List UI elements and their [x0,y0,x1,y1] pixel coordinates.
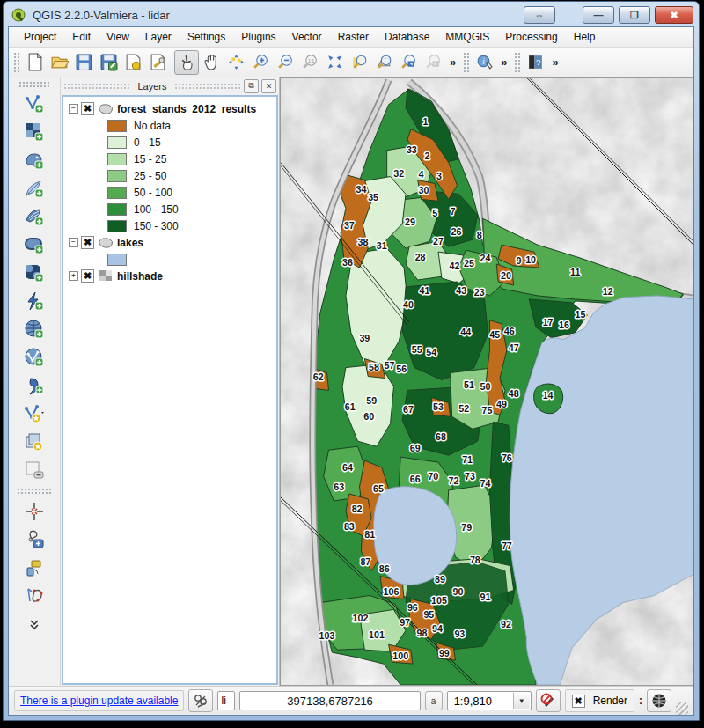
maximize-button[interactable]: ❒ [619,6,650,24]
expander-collapse-icon[interactable]: − [69,104,78,114]
pan-map-button[interactable] [199,50,224,75]
open-project-button[interactable] [47,50,71,75]
stand-label-71: 71 [462,454,473,465]
panel-float-button[interactable]: ⧉ [244,79,259,93]
scale-combobox[interactable]: 1:9,810▼ [447,691,532,710]
pan-to-selection-button[interactable] [224,50,248,75]
rotate-label-button[interactable] [21,555,48,581]
expander-expand-icon[interactable]: + [69,271,78,281]
zoom-last-button[interactable] [396,50,421,75]
layer-name-forest[interactable]: forest_stands_2012_results [117,103,256,115]
menu-plugins[interactable]: Plugins [233,28,283,46]
zoom-out-button[interactable] [273,50,297,75]
coordinate-toggle-button[interactable]: a [425,691,443,710]
identify-button[interactable]: i [472,50,496,75]
move-label-button[interactable] [21,526,48,553]
zoom-to-layer-button[interactable] [371,50,396,75]
close-button[interactable]: ✖ [655,6,693,24]
menu-raster[interactable]: Raster [330,28,377,46]
new-spatialite-layer-button[interactable] [21,429,48,455]
add-oracle-layer-button[interactable] [21,232,48,258]
menu-mmqgis[interactable]: MMQGIS [437,28,497,46]
remove-layer-button[interactable] [21,457,48,483]
layer-name-hillshade[interactable]: hillshade [117,270,163,283]
change-label-button[interactable] [21,583,48,609]
add-wms-layer-button[interactable] [21,260,48,286]
toolbar-grip-3[interactable] [514,52,520,73]
resize-grip[interactable] [676,702,688,715]
add-spatialite-layer-button[interactable] [21,175,48,202]
zoom-to-selection-button[interactable] [347,50,371,75]
label-highlight-button[interactable] [21,498,48,525]
new-project-button[interactable] [22,50,47,75]
toolbar-overflow-3[interactable]: » [547,55,562,69]
new-shapefile-layer-button[interactable] [21,401,48,427]
render-checkbox[interactable]: ✖ [572,695,585,708]
layer-checkbox[interactable]: ✖ [81,236,94,249]
layer-name-lakes[interactable]: lakes [117,237,143,249]
layer-checkbox[interactable]: ✖ [81,102,94,115]
menu-view[interactable]: View [99,28,137,46]
layer-row-lakes[interactable]: − ✖ lakes [67,234,276,251]
legend-row: 0 - 15 [67,134,276,151]
menu-help[interactable]: Help [566,28,604,46]
add-wfs-layer-button[interactable] [21,344,48,371]
menu-database[interactable]: Database [377,28,437,46]
menu-project[interactable]: Project [16,28,64,46]
plugin-update-link[interactable]: There is a plugin update available [14,690,184,711]
expander-collapse-icon[interactable]: − [69,238,78,247]
zoom-full-button[interactable] [322,50,347,75]
menu-processing[interactable]: Processing [497,28,565,46]
zoom-next-button[interactable] [421,50,445,75]
save-project-as-button[interactable] [96,50,121,75]
layer-row-hillshade[interactable]: + ✖ hillshade [67,268,276,284]
layers-panel-titlebar[interactable]: Layers ⧉ ✕ [61,77,279,94]
stand-label-3: 3 [436,171,442,181]
more-tools-chevron[interactable] [21,611,48,637]
composer-manager-button[interactable] [145,50,170,75]
panel-close-button[interactable]: ✕ [261,79,276,93]
toolbar-grip-2[interactable] [463,52,469,73]
layer-row-forest[interactable]: − ✖ forest_stands_2012_results [67,100,276,117]
toolbar-overflow-1[interactable]: » [445,55,460,69]
add-delimited-text-layer-button[interactable] [21,372,48,399]
save-project-button[interactable] [71,50,96,75]
stand-label-87: 87 [360,555,370,566]
side-toolbar-grip[interactable] [18,81,50,87]
layer-checkbox[interactable]: ✖ [81,269,94,283]
add-postgis-layer-button[interactable] [21,147,48,173]
render-toggle[interactable]: ✖ Render [565,689,634,712]
coordinate-display[interactable]: 397138,6787216 [239,691,420,710]
zoom-in-button[interactable] [248,50,273,75]
window-extra-button[interactable]: ⇔ [524,6,555,24]
help-button[interactable]: ? [523,50,547,75]
add-wcs-layer-button[interactable] [21,288,48,314]
title-bar[interactable]: QGIS 2.2.0-Valmiera - lidar ⇔ — ❒ ✖ [4,2,699,26]
menu-edit[interactable]: Edit [64,28,99,46]
status-edit-box[interactable]: li [217,691,235,710]
add-web-layer-button[interactable] [21,316,48,342]
new-composer-button[interactable] [121,50,145,75]
menu-layer[interactable]: Layer [137,28,180,46]
toolbar-overflow-2[interactable]: » [496,55,511,69]
plugin-manager-icon[interactable] [188,689,213,712]
stop-render-button[interactable] [536,689,561,712]
stand-label-44: 44 [460,327,471,337]
stand-label-82: 82 [352,504,363,514]
map-canvas[interactable]: 1234578910111214151617202324252627282930… [280,77,693,686]
crs-status-button[interactable] [647,689,671,712]
stand-label-16: 16 [559,320,569,330]
add-mssql-layer-button[interactable] [21,203,48,230]
menu-vector[interactable]: Vector [284,28,330,46]
stand-label-91: 91 [480,592,491,602]
stand-label-61: 61 [345,401,356,412]
menu-settings[interactable]: Settings [180,28,233,46]
toolbar-grip[interactable] [13,52,19,73]
layer-tree[interactable]: − ✖ forest_stands_2012_results No data 0… [62,95,278,685]
add-raster-layer-button[interactable] [21,119,48,145]
touch-zoom-pan-button[interactable] [174,50,199,75]
zoom-native-button[interactable]: 1:1 [297,50,322,75]
minimize-button[interactable]: — [583,6,614,24]
chevron-down-icon[interactable]: ▼ [513,693,530,709]
add-vector-layer-button[interactable] [21,91,48,117]
